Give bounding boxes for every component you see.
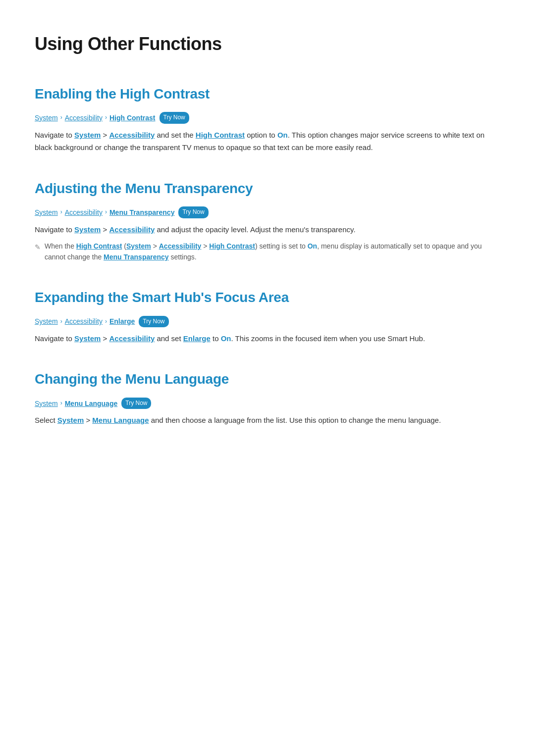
body-text-changing-menu-language: Select System > Menu Language and then c… (35, 414, 500, 427)
breadcrumb-adjusting-menu-transparency: System›Accessibility›Menu TransparencyTr… (35, 206, 500, 218)
section-title-changing-menu-language: Changing the Menu Language (35, 368, 500, 391)
section-title-adjusting-menu-transparency: Adjusting the Menu Transparency (35, 178, 500, 200)
breadcrumb-separator: › (105, 317, 107, 326)
breadcrumb-separator: › (60, 113, 62, 122)
breadcrumb-item[interactable]: Accessibility (65, 316, 103, 327)
breadcrumb-item[interactable]: Accessibility (65, 112, 103, 123)
page-title: Using Other Functions (35, 30, 500, 58)
try-now-badge-enabling-high-contrast[interactable]: Try Now (160, 112, 189, 123)
breadcrumb-item[interactable]: System (35, 398, 58, 409)
breadcrumb-changing-menu-language: System›Menu LanguageTry Now (35, 398, 500, 409)
try-now-badge-adjusting-menu-transparency[interactable]: Try Now (178, 206, 208, 218)
breadcrumb-item[interactable]: System (35, 112, 58, 123)
body-text-expanding-smart-hub: Navigate to System > Accessibility and s… (35, 332, 500, 345)
body-text-enabling-high-contrast: Navigate to System > Accessibility and s… (35, 129, 500, 154)
breadcrumb-separator: › (105, 113, 107, 122)
breadcrumb-item[interactable]: Enlarge (109, 316, 135, 327)
section-title-enabling-high-contrast: Enabling the High Contrast (35, 83, 500, 105)
pencil-icon: ✎ (35, 242, 41, 252)
breadcrumb-item[interactable]: System (35, 316, 58, 327)
note-block-adjusting-menu-transparency: ✎When the High Contrast (System > Access… (35, 241, 500, 263)
breadcrumb-expanding-smart-hub: System›Accessibility›EnlargeTry Now (35, 316, 500, 327)
try-now-badge-expanding-smart-hub[interactable]: Try Now (139, 316, 168, 327)
breadcrumb-enabling-high-contrast: System›Accessibility›High ContrastTry No… (35, 112, 500, 123)
section-enabling-high-contrast: Enabling the High ContrastSystem›Accessi… (35, 83, 500, 154)
breadcrumb-separator: › (60, 207, 62, 217)
section-adjusting-menu-transparency: Adjusting the Menu TransparencySystem›Ac… (35, 178, 500, 263)
breadcrumb-separator: › (60, 399, 62, 408)
breadcrumb-item[interactable]: System (35, 207, 58, 218)
sections-container: Enabling the High ContrastSystem›Accessi… (35, 83, 500, 427)
section-title-expanding-smart-hub: Expanding the Smart Hub's Focus Area (35, 287, 500, 309)
breadcrumb-item[interactable]: Menu Language (65, 398, 118, 409)
try-now-badge-changing-menu-language[interactable]: Try Now (121, 398, 151, 409)
body-text-adjusting-menu-transparency: Navigate to System > Accessibility and a… (35, 223, 500, 236)
note-text-adjusting-menu-transparency: When the High Contrast (System > Accessi… (45, 241, 500, 263)
breadcrumb-item[interactable]: Accessibility (65, 207, 103, 218)
breadcrumb-separator: › (105, 207, 107, 217)
breadcrumb-item[interactable]: Menu Transparency (109, 207, 175, 218)
section-expanding-smart-hub: Expanding the Smart Hub's Focus AreaSyst… (35, 287, 500, 345)
breadcrumb-separator: › (60, 317, 62, 326)
section-changing-menu-language: Changing the Menu LanguageSystem›Menu La… (35, 368, 500, 426)
breadcrumb-item[interactable]: High Contrast (109, 112, 156, 123)
